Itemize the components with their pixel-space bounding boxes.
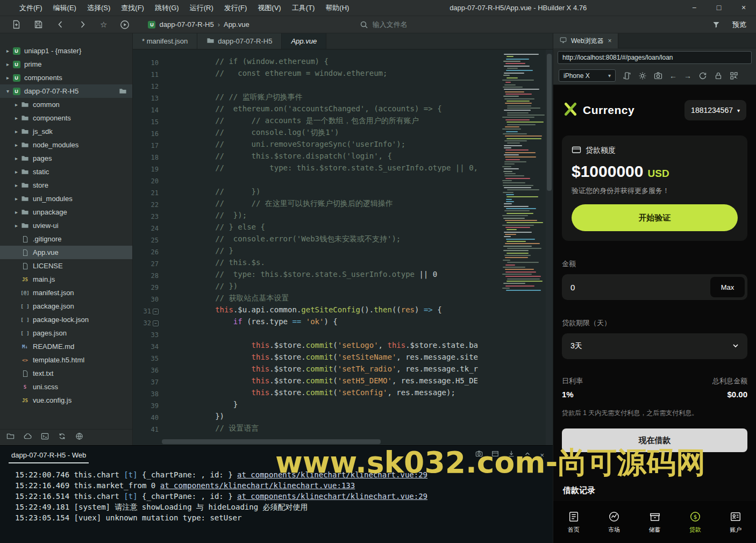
tree-item-LICENSE[interactable]: LICENSE bbox=[0, 259, 132, 273]
code-line: this.$store.commit('setTk_radio', res.me… bbox=[161, 365, 501, 376]
tree-item-vue.config.js[interactable]: JSvue.config.js bbox=[0, 394, 132, 407]
menu-item[interactable]: 工具(T) bbox=[287, 0, 320, 16]
menu-item[interactable]: 查找(F) bbox=[116, 0, 149, 16]
filter-icon[interactable] bbox=[712, 20, 721, 29]
nav-back-icon[interactable]: ← bbox=[669, 72, 677, 80]
max-button[interactable]: Max bbox=[710, 277, 745, 297]
favorites-star-icon[interactable]: ☆ bbox=[100, 20, 107, 28]
log-link[interactable]: at components/klinechart/klinechart.vue:… bbox=[237, 492, 427, 501]
settings-gear-icon[interactable] bbox=[638, 72, 647, 80]
new-file-icon[interactable] bbox=[12, 20, 21, 29]
tree-item-label: uni_modules bbox=[33, 195, 73, 203]
tree-item-template.h5.html[interactable]: <>template.h5.html bbox=[0, 353, 132, 367]
menu-item[interactable]: 视图(V) bbox=[252, 0, 286, 16]
menu-item[interactable]: 编辑(E) bbox=[48, 0, 82, 16]
line-number: 40 bbox=[133, 412, 161, 424]
menu-item[interactable]: 选择(S) bbox=[82, 0, 116, 16]
tree-item-manifest.json[interactable]: [@]manifest.json bbox=[0, 286, 132, 299]
forward-icon[interactable] bbox=[78, 20, 87, 29]
preview-button[interactable]: 预览 bbox=[732, 20, 746, 30]
svg-text:$: $ bbox=[694, 513, 697, 519]
tree-item-js_sdk[interactable]: ▸js_sdk bbox=[0, 125, 132, 138]
console-tab[interactable]: dapp-07-07-R-H5 - Web bbox=[9, 447, 89, 463]
search-input[interactable] bbox=[373, 20, 604, 28]
tree-item-label: node_modules bbox=[33, 141, 79, 149]
tree-item-App.vue[interactable]: App.vue bbox=[0, 246, 132, 259]
nav-item-market[interactable]: 市场 bbox=[594, 501, 634, 543]
tab-manifest.json[interactable]: * manifest.json bbox=[133, 33, 197, 49]
tree-item-pages[interactable]: ▸pages bbox=[0, 152, 132, 165]
folder-locate-icon[interactable] bbox=[119, 87, 127, 97]
nav-forward-icon[interactable]: → bbox=[684, 72, 691, 80]
sync-icon[interactable] bbox=[58, 432, 66, 442]
back-icon[interactable] bbox=[56, 20, 65, 29]
device-select[interactable]: iPhone X ▾ bbox=[559, 69, 616, 82]
tree-item-prime[interactable]: ▸Uprime bbox=[0, 58, 132, 71]
project-explorer-icon[interactable] bbox=[6, 432, 15, 442]
minimap-line bbox=[503, 260, 510, 261]
tree-item-text.txt[interactable]: text.txt bbox=[0, 367, 132, 380]
tree-item-store[interactable]: ▸store bbox=[0, 178, 132, 192]
term-select[interactable]: 3天 bbox=[562, 333, 747, 359]
menu-item[interactable]: 跳转(G) bbox=[149, 0, 184, 16]
tree-item-uniapp1-master[interactable]: ▸Uuniapp1 - {master} bbox=[0, 44, 132, 58]
tree-item-components[interactable]: ▸Ucomponents bbox=[0, 71, 132, 84]
start-verify-button[interactable]: 开始验证 bbox=[572, 204, 738, 231]
tree-item-.gitignore[interactable]: .gitignore bbox=[0, 232, 132, 246]
tree-item-dapp-07-07-R-H5[interactable]: ▾Udapp-07-07-R-H5 bbox=[0, 84, 132, 98]
vertical-scrollbar[interactable] bbox=[546, 49, 553, 445]
vertical-scrollbar-thumb[interactable] bbox=[547, 54, 552, 191]
url-input[interactable] bbox=[558, 51, 752, 64]
globe-icon[interactable] bbox=[75, 432, 83, 442]
breadcrumb-file[interactable]: App.vue bbox=[224, 20, 249, 28]
refresh-icon[interactable] bbox=[698, 72, 707, 80]
minimize-button[interactable]: − bbox=[682, 0, 707, 16]
terminal-icon[interactable] bbox=[41, 432, 49, 442]
tree-item-static[interactable]: ▸static bbox=[0, 165, 132, 178]
tab-dapp-07-07-R-H5[interactable]: dapp-07-07-R-H5 bbox=[197, 33, 282, 49]
minimap[interactable] bbox=[501, 49, 546, 445]
tree-item-README.md[interactable]: M↓README.md bbox=[0, 340, 132, 353]
menu-item[interactable]: 帮助(H) bbox=[320, 0, 354, 16]
tree-item-main.js[interactable]: JSmain.js bbox=[0, 273, 132, 286]
cloud-icon[interactable] bbox=[24, 432, 32, 442]
browser-tab[interactable]: Web浏览器 × bbox=[553, 33, 618, 48]
amount-input[interactable]: 0 Max bbox=[562, 274, 747, 300]
menu-item[interactable]: 文件(F) bbox=[14, 0, 48, 16]
rotate-device-icon[interactable] bbox=[623, 72, 631, 80]
minimap-line bbox=[505, 272, 536, 273]
tree-item-package-lock.json[interactable]: [ ]package-lock.json bbox=[0, 313, 132, 326]
close-button[interactable]: × bbox=[731, 0, 756, 16]
nav-item-account[interactable]: 账户 bbox=[716, 501, 756, 543]
menu-item[interactable]: 发行(F) bbox=[219, 0, 253, 16]
menu-item[interactable]: 运行(R) bbox=[184, 0, 219, 16]
tree-item-package.json[interactable]: [ ]package.json bbox=[0, 299, 132, 313]
close-tab-icon[interactable]: × bbox=[608, 37, 611, 45]
tab-App.vue[interactable]: App.vue bbox=[282, 33, 326, 49]
maximize-button[interactable]: □ bbox=[707, 0, 731, 16]
tree-item-node_modules[interactable]: ▸node_modules bbox=[0, 138, 132, 152]
tree-item-pages.json[interactable]: [ ]pages.json bbox=[0, 326, 132, 340]
tree-item-components[interactable]: ▸components bbox=[0, 111, 132, 125]
tree-item-unpackage[interactable]: ▸unpackage bbox=[0, 205, 132, 219]
minimap-line bbox=[507, 248, 541, 249]
fold-icon[interactable]: − bbox=[153, 320, 159, 326]
code-lines[interactable]: // if (window.ethereum) { // const ether… bbox=[161, 49, 501, 445]
tree-item-uview-ui[interactable]: ▸uview-ui bbox=[0, 219, 132, 232]
account-phone-button[interactable]: 1881234567 ▾ bbox=[684, 100, 746, 120]
run-icon[interactable] bbox=[120, 20, 130, 30]
lock-icon[interactable] bbox=[714, 72, 723, 80]
tree-item-uni.scss[interactable]: Suni.scss bbox=[0, 380, 132, 394]
total-interest-label: 总利息金额 bbox=[712, 376, 747, 386]
tree-item-common[interactable]: ▸common bbox=[0, 98, 132, 111]
code-line: // }); bbox=[161, 211, 501, 223]
nav-item-home[interactable]: 首页 bbox=[553, 501, 594, 543]
screenshot-camera-icon[interactable] bbox=[654, 72, 662, 80]
breadcrumb-project[interactable]: dapp-07-07-R-H5 bbox=[159, 20, 213, 28]
tree-item-uni_modules[interactable]: ▸uni_modules bbox=[0, 192, 132, 205]
save-icon[interactable] bbox=[34, 20, 43, 29]
qr-code-icon[interactable] bbox=[730, 72, 738, 80]
fold-icon[interactable]: − bbox=[153, 309, 159, 315]
nav-item-loan[interactable]: $贷款 bbox=[675, 501, 715, 543]
nav-item-savings[interactable]: 储蓄 bbox=[634, 501, 675, 543]
